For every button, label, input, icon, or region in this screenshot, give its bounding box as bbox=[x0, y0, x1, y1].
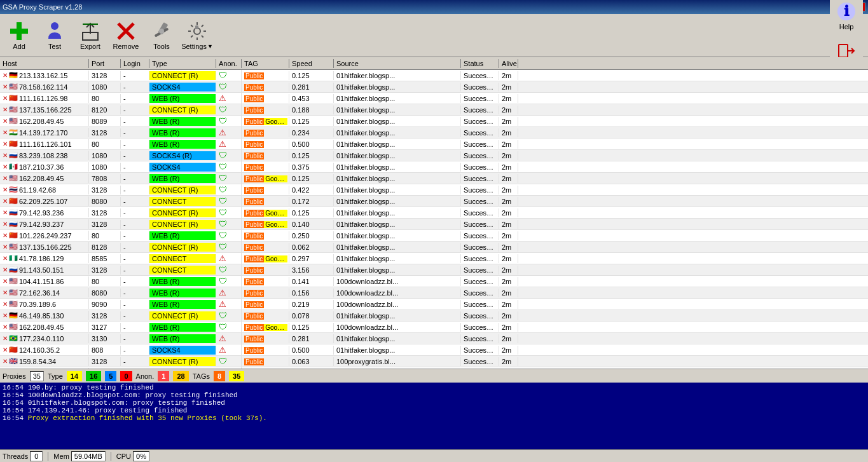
row-x-icon[interactable]: ✕ bbox=[3, 163, 8, 170]
table-row[interactable]: ✕ 🇺🇸 162.208.49.45 7808 - WEB (R) 🛡 Publ… bbox=[0, 173, 868, 184]
row-x-icon[interactable]: ✕ bbox=[3, 72, 8, 79]
cell-status: Successfully tested. bbox=[461, 346, 499, 355]
table-row[interactable]: ✕ 🇺🇸 70.39.189.6 9090 - WEB (R) ⚠ Public… bbox=[0, 299, 868, 310]
row-x-icon[interactable]: ✕ bbox=[3, 323, 8, 330]
tag-public: Public bbox=[244, 198, 264, 205]
cell-anon: 🛡 bbox=[216, 356, 242, 367]
add-button[interactable]: Add bbox=[3, 17, 36, 54]
cell-anon: 🛡 bbox=[216, 173, 242, 184]
log-line: 16:54 174.139.241.46: proxy testing fini… bbox=[3, 407, 865, 414]
cell-port: 80 bbox=[89, 277, 121, 286]
row-x-icon[interactable]: ✕ bbox=[3, 335, 8, 342]
table-row[interactable]: ✕ 🇨🇳 62.209.225.107 8080 - CONNECT 🛡 Pub… bbox=[0, 196, 868, 207]
anon-green-icon: 🛡 bbox=[219, 185, 227, 194]
table-row[interactable]: ✕ 🇨🇳 101.226.249.237 80 - WEB (R) 🛡 Publ… bbox=[0, 230, 868, 241]
table-row[interactable]: ✕ 🇺🇸 137.135.166.225 8128 - CONNECT (R) … bbox=[0, 241, 868, 253]
row-x-icon[interactable]: ✕ bbox=[3, 232, 8, 239]
row-x-icon[interactable]: ✕ bbox=[3, 255, 8, 262]
table-row[interactable]: ✕ 🇺🇸 104.41.151.86 80 - WEB (R) 🛡 Public… bbox=[0, 276, 868, 287]
cell-source: 01hitfaker.blogsp... bbox=[334, 128, 461, 137]
cell-port: 8080 bbox=[89, 289, 121, 297]
host-value: 101.226.249.237 bbox=[19, 232, 72, 240]
cell-type: WEB (R) bbox=[149, 334, 216, 343]
cell-anon: ⚠ bbox=[216, 139, 242, 149]
col-tag[interactable]: TAG bbox=[242, 59, 289, 68]
proxy-table-body[interactable]: ✕ 🇩🇪 213.133.162.15 3128 - CONNECT (R) 🛡… bbox=[0, 70, 868, 369]
cell-anon: ⚠ bbox=[216, 253, 242, 264]
row-x-icon[interactable]: ✕ bbox=[3, 209, 8, 216]
export-button[interactable]: Export bbox=[74, 17, 107, 54]
col-login[interactable]: Login bbox=[121, 59, 149, 68]
table-row[interactable]: ✕ 🇧🇷 177.234.0.110 3130 - WEB (R) ⚠ Publ… bbox=[0, 333, 868, 344]
table-row[interactable]: ✕ 🇨🇳 111.161.126.98 80 - WEB (R) ⚠ Publi… bbox=[0, 93, 868, 104]
row-x-icon[interactable]: ✕ bbox=[3, 95, 8, 102]
col-port[interactable]: Port bbox=[89, 59, 121, 68]
table-row[interactable]: ✕ 🇺🇸 78.158.162.114 1080 - SOCKS4 🛡 Publ… bbox=[0, 81, 868, 93]
help-button[interactable]: ℹ Help bbox=[830, 0, 863, 34]
cell-alive: 2m bbox=[499, 277, 518, 286]
col-type[interactable]: Type bbox=[149, 59, 216, 68]
table-row[interactable]: ✕ 🇮🇳 14.139.172.170 3128 - WEB (R) ⚠ Pub… bbox=[0, 127, 868, 139]
col-anon[interactable]: Anon. bbox=[216, 59, 242, 68]
row-x-icon[interactable]: ✕ bbox=[3, 243, 8, 250]
table-row[interactable]: ✕ 🇲🇽 187.210.37.36 1080 - SOCKS4 🛡 Publi… bbox=[0, 161, 868, 173]
remove-button[interactable]: Remove bbox=[109, 17, 142, 54]
col-speed[interactable]: Speed bbox=[289, 59, 334, 68]
row-x-icon[interactable]: ✕ bbox=[3, 278, 8, 285]
flag-icon: 🇬🇧 bbox=[9, 357, 18, 365]
tag-public: Public bbox=[244, 84, 264, 91]
table-row[interactable]: ✕ 🇷🇺 79.142.93.236 3128 - CONNECT (R) 🛡 … bbox=[0, 207, 868, 219]
cell-status: Successfully tested. bbox=[461, 289, 499, 297]
table-row[interactable]: ✕ 🇩🇪 46.149.85.130 3128 - CONNECT (R) 🛡 … bbox=[0, 310, 868, 322]
mem-value: 59.04MB bbox=[71, 451, 106, 461]
row-x-icon[interactable]: ✕ bbox=[3, 266, 8, 273]
row-x-icon[interactable]: ✕ bbox=[3, 312, 8, 319]
host-value: 79.142.93.236 bbox=[19, 209, 64, 217]
cell-alive: 2m bbox=[499, 105, 518, 114]
table-row[interactable]: ✕ 🇺🇸 72.162.36.14 8080 - WEB (R) ⚠ Publi… bbox=[0, 287, 868, 299]
test-button[interactable]: Test bbox=[38, 17, 71, 54]
anon-red-icon: ⚠ bbox=[219, 334, 226, 343]
row-x-icon[interactable]: ✕ bbox=[3, 186, 8, 193]
row-x-icon[interactable]: ✕ bbox=[3, 152, 8, 159]
row-x-icon[interactable]: ✕ bbox=[3, 289, 8, 296]
settings-button-group[interactable]: Settings ▼ bbox=[181, 17, 214, 54]
row-x-icon[interactable]: ✕ bbox=[3, 221, 8, 228]
table-row[interactable]: ✕ 🇷🇺 83.239.108.238 1080 - SOCKS4 (R) 🛡 … bbox=[0, 150, 868, 161]
col-alive[interactable]: Alive bbox=[499, 59, 518, 68]
row-x-icon[interactable]: ✕ bbox=[3, 301, 8, 308]
table-row[interactable]: ✕ 🇺🇸 162.208.49.45 3127 - WEB (R) 🛡 Publ… bbox=[0, 322, 868, 333]
row-x-icon[interactable]: ✕ bbox=[3, 140, 8, 147]
cell-anon: 🛡 bbox=[216, 310, 242, 321]
table-row[interactable]: ✕ 🇩🇪 213.133.162.15 3128 - CONNECT (R) 🛡… bbox=[0, 70, 868, 81]
table-row[interactable]: ✕ 🇷🇺 91.143.50.151 3128 - CONNECT 🛡 Publ… bbox=[0, 264, 868, 276]
col-source[interactable]: Source bbox=[334, 59, 461, 68]
table-row[interactable]: ✕ 🇹🇭 61.19.42.68 3128 - CONNECT (R) 🛡 Pu… bbox=[0, 184, 868, 196]
table-row[interactable]: ✕ 🇷🇺 79.142.93.237 3128 - CONNECT (R) 🛡 … bbox=[0, 219, 868, 230]
proxies-count: 35 bbox=[30, 371, 44, 381]
anon1-count: 1 bbox=[158, 371, 169, 381]
table-row[interactable]: ✕ 🇳🇬 41.78.186.129 8585 - CONNECT ⚠ Publ… bbox=[0, 253, 868, 264]
cell-tag: PublicGoogle bbox=[242, 117, 289, 126]
row-x-icon[interactable]: ✕ bbox=[3, 129, 8, 136]
settings-button[interactable]: Settings ▼ bbox=[181, 17, 214, 54]
row-x-icon[interactable]: ✕ bbox=[3, 106, 8, 113]
table-row[interactable]: ✕ 🇬🇧 159.8.54.34 3128 - CONNECT (R) 🛡 Pu… bbox=[0, 356, 868, 367]
table-row[interactable]: ✕ 🇺🇸 162.208.49.45 8089 - WEB (R) 🛡 Publ… bbox=[0, 116, 868, 127]
table-row[interactable]: ✕ 🇨🇳 111.161.126.101 80 - WEB (R) ⚠ Publ… bbox=[0, 139, 868, 150]
cell-anon: ⚠ bbox=[216, 333, 242, 344]
table-row[interactable]: ✕ 🇨🇳 124.160.35.2 808 - SOCKS4 ⚠ Public … bbox=[0, 344, 868, 356]
row-x-icon[interactable]: ✕ bbox=[3, 358, 8, 365]
row-x-icon[interactable]: ✕ bbox=[3, 118, 8, 125]
col-status[interactable]: Status bbox=[461, 59, 499, 68]
row-x-icon[interactable]: ✕ bbox=[3, 83, 8, 90]
table-row[interactable]: ✕ 🇺🇸 137.135.166.225 8120 - CONNECT (R) … bbox=[0, 104, 868, 116]
row-x-icon[interactable]: ✕ bbox=[3, 198, 8, 205]
row-x-icon[interactable]: ✕ bbox=[3, 175, 8, 182]
type3-count: 5 bbox=[105, 371, 116, 381]
tools-button[interactable]: Tools bbox=[145, 17, 178, 54]
cell-host: ✕ 🇺🇸 70.39.189.6 bbox=[0, 299, 89, 309]
col-host[interactable]: Host bbox=[0, 59, 89, 68]
cell-tag: Public bbox=[242, 231, 289, 240]
row-x-icon[interactable]: ✕ bbox=[3, 346, 8, 353]
